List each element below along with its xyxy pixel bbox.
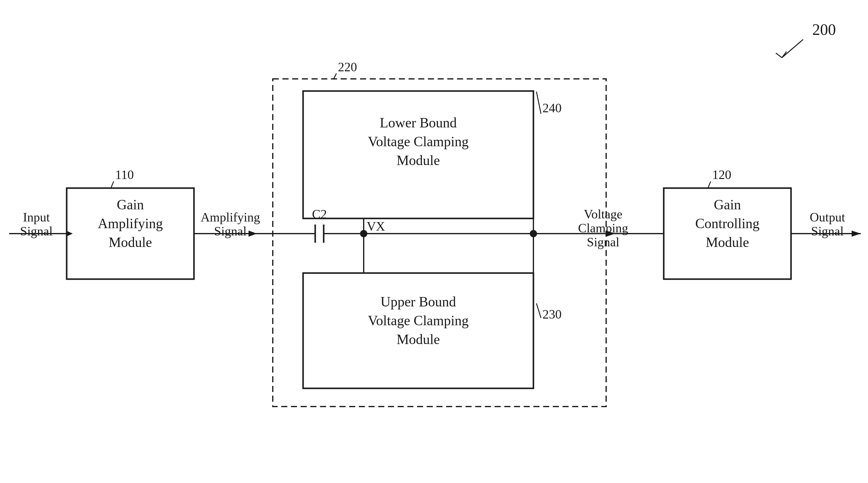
lower-bound-text3: Module	[396, 152, 440, 168]
gain-amplifying-text1: Gain	[117, 197, 144, 212]
gain-amplifying-text2: Amplifying	[98, 216, 163, 231]
label-230: 230	[542, 307, 562, 321]
output-signal-label1: Output	[810, 210, 845, 224]
upper-bound-text1: Upper Bound	[380, 294, 456, 309]
input-signal-label2: Signal	[20, 224, 53, 238]
voltage-clamping-label2: Clamping	[578, 221, 628, 235]
svg-line-1	[776, 53, 782, 58]
output-signal-label2: Signal	[811, 224, 843, 238]
output-arrow	[851, 231, 861, 237]
label-240: 240	[542, 101, 562, 115]
gain-controlling-text3: Module	[706, 234, 749, 250]
voltage-clamping-label3: Signal	[587, 235, 619, 249]
svg-line-7	[536, 303, 541, 318]
c2-label: C2	[312, 207, 327, 221]
label-220: 220	[338, 60, 357, 74]
input-signal-label1: Input	[23, 210, 50, 224]
vx-label: VX	[367, 219, 385, 233]
label-120: 120	[712, 168, 731, 182]
upper-bound-text3: Module	[396, 332, 440, 347]
amplifying-signal-label2: Signal	[214, 224, 246, 238]
diagram-container: 200 110 Gain Amplifying Module 120 Gain …	[0, 0, 868, 483]
svg-line-6	[536, 92, 541, 114]
voltage-clamping-label1: Voltage	[584, 207, 622, 221]
lower-bound-text2: Voltage Clamping	[368, 134, 469, 149]
label-110: 110	[115, 168, 134, 182]
amplifying-arrow	[249, 231, 257, 237]
lower-bound-text1: Lower Bound	[380, 115, 457, 131]
gain-controlling-text2: Controlling	[695, 216, 760, 231]
gain-controlling-text1: Gain	[714, 197, 741, 212]
upper-bound-text2: Voltage Clamping	[368, 313, 469, 328]
amplifying-signal-label1: Amplifying	[200, 210, 260, 224]
ref-200: 200	[812, 21, 836, 38]
input-arrow	[66, 231, 73, 237]
gain-amplifying-text3: Module	[108, 234, 152, 250]
upper-bound-box	[303, 273, 533, 388]
svg-line-0	[782, 39, 803, 58]
